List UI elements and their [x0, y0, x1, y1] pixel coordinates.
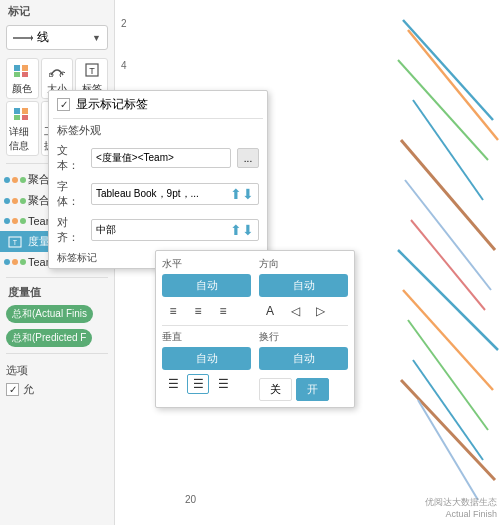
valign-mid-icon[interactable]: ☰: [187, 374, 209, 394]
measure-item-1[interactable]: 总和(Actual Finis: [0, 302, 114, 326]
measure-section-title: 度量值: [0, 281, 114, 302]
watermark-line1: 优阅达大数据生态: [425, 496, 497, 509]
marks-section-title: 标记: [0, 0, 114, 21]
text-left-rot-icon[interactable]: ◁: [284, 301, 306, 321]
vertical-subsection: 垂直 自动 ☰ ☰ ☰: [162, 330, 251, 401]
svg-text:T: T: [13, 239, 18, 246]
horizontal-auto-button[interactable]: 自动: [162, 274, 251, 297]
svg-line-28: [418, 400, 478, 500]
align-right-icon[interactable]: ≡: [212, 301, 234, 321]
text-field-value[interactable]: <度量值><Team>: [91, 148, 231, 168]
svg-rect-13: [22, 115, 28, 120]
svg-rect-4: [14, 72, 20, 77]
allow-checkbox[interactable]: [6, 383, 19, 396]
horizontal-subsection: 水平 自动 ≡ ≡ ≡: [162, 257, 251, 321]
chevron-down-icon: ▼: [92, 33, 101, 43]
align-center-icon[interactable]: ≡: [187, 301, 209, 321]
wrap-subsection: 换行 自动 关 开: [259, 330, 348, 401]
dots-icon-1: [6, 173, 24, 187]
text-icon-4: T: [6, 235, 24, 249]
text-field-label: 文本：: [57, 143, 85, 173]
svg-marker-1: [31, 35, 33, 41]
option-allow-label: 允: [23, 382, 34, 397]
detail-button[interactable]: 详细信息: [6, 101, 39, 156]
y-axis-4: 4: [121, 60, 127, 71]
options-label: 选项: [6, 363, 28, 378]
svg-rect-2: [14, 65, 20, 71]
label-popup: 显示标记标签 标签外观 文本： <度量值><Team> ... 字体： Tabl…: [48, 90, 268, 269]
wrap-off-button[interactable]: 关: [259, 378, 292, 401]
wrap-on-button[interactable]: 开: [296, 378, 329, 401]
color-button[interactable]: 颜色: [6, 58, 39, 99]
wrap-toggle-row: 关 开: [259, 378, 348, 401]
options-section: 选项 允: [0, 357, 114, 403]
align-select-value: 中部: [96, 223, 116, 237]
svg-rect-10: [14, 108, 20, 114]
label-appearance-title: 标签外观: [49, 119, 267, 140]
horizontal-icons-row: ≡ ≡ ≡: [162, 301, 251, 321]
show-label-text: 显示标记标签: [76, 96, 148, 113]
direction-label: 方向: [259, 257, 348, 271]
marks-type-label: 线: [37, 29, 49, 46]
align-select-arrow: ⬆⬇: [230, 222, 254, 238]
label-align-section: 标签标记: [57, 251, 97, 265]
color-label: 颜色: [12, 82, 32, 96]
chart-lines: [393, 0, 503, 525]
detail-icon: [14, 107, 30, 123]
valign-top-icon[interactable]: ☰: [162, 374, 184, 394]
valign-bot-icon[interactable]: ☰: [212, 374, 234, 394]
svg-rect-5: [22, 72, 28, 77]
font-field-row: 字体： Tableau Book，9pt，... ⬆⬇: [49, 176, 267, 212]
align-top-section: 水平 自动 ≡ ≡ ≡ 方向 自动 A ◁ ▷: [162, 257, 348, 321]
measure-pill-1: 总和(Actual Finis: [6, 305, 93, 323]
align-select[interactable]: 中部 ⬆⬇: [91, 219, 259, 241]
divider-2: [6, 277, 108, 278]
svg-text:T: T: [89, 66, 95, 76]
show-label-checkbox[interactable]: [57, 98, 70, 111]
wrap-auto-button[interactable]: 自动: [259, 347, 348, 370]
wrap-label: 换行: [259, 330, 348, 344]
dots-icon-2: [6, 194, 24, 208]
option-checkbox-row[interactable]: 允: [6, 380, 108, 399]
marks-type-dropdown[interactable]: 线 ▼: [6, 25, 108, 50]
svg-rect-3: [22, 65, 28, 71]
vertical-label: 垂直: [162, 330, 251, 344]
direction-auto-button[interactable]: 自动: [259, 274, 348, 297]
align-left-icon[interactable]: ≡: [162, 301, 184, 321]
align-popup: 水平 自动 ≡ ≡ ≡ 方向 自动 A ◁ ▷ 垂直 自动 ☰ ☰: [155, 250, 355, 408]
svg-line-27: [401, 380, 495, 480]
show-label-row[interactable]: 显示标记标签: [49, 91, 267, 118]
svg-rect-11: [22, 108, 28, 114]
divider-3: [6, 353, 108, 354]
measure-item-2[interactable]: 总和(Predicted F: [0, 326, 114, 350]
font-select-value: Tableau Book，9pt，...: [96, 187, 230, 201]
size-icon: [49, 63, 65, 80]
align-field-row: 对齐： 中部 ⬆⬇: [49, 212, 267, 248]
text-field-btn[interactable]: ...: [237, 148, 259, 168]
font-select[interactable]: Tableau Book，9pt，... ⬆⬇: [91, 183, 259, 205]
label-icon: T: [85, 63, 99, 80]
horizontal-label: 水平: [162, 257, 251, 271]
text-field-row: 文本： <度量值><Team> ...: [49, 140, 267, 176]
watermark-line2: Actual Finish: [425, 509, 497, 519]
dots-icon-3: [6, 214, 24, 228]
svg-rect-12: [14, 115, 20, 120]
direction-subsection: 方向 自动 A ◁ ▷: [259, 257, 348, 321]
watermark: 优阅达大数据生态 Actual Finish: [425, 496, 497, 519]
dots-icon-5: [6, 255, 24, 269]
y-axis-2: 2: [121, 18, 127, 29]
options-label-row: 选项: [6, 361, 108, 380]
x-axis-20: 20: [185, 494, 196, 505]
text-normal-icon[interactable]: A: [259, 301, 281, 321]
direction-icons-row: A ◁ ▷: [259, 301, 348, 321]
line-icon: [13, 31, 33, 45]
text-right-rot-icon[interactable]: ▷: [309, 301, 331, 321]
align-divider: [162, 325, 348, 326]
align-field-label: 对齐：: [57, 215, 85, 245]
vertical-auto-button[interactable]: 自动: [162, 347, 251, 370]
measure-pill-2: 总和(Predicted F: [6, 329, 92, 347]
font-field-label: 字体：: [57, 179, 85, 209]
align-bottom-section: 垂直 自动 ☰ ☰ ☰ 换行 自动 关 开: [162, 330, 348, 401]
svg-line-25: [408, 320, 488, 430]
detail-label: 详细信息: [9, 125, 36, 153]
